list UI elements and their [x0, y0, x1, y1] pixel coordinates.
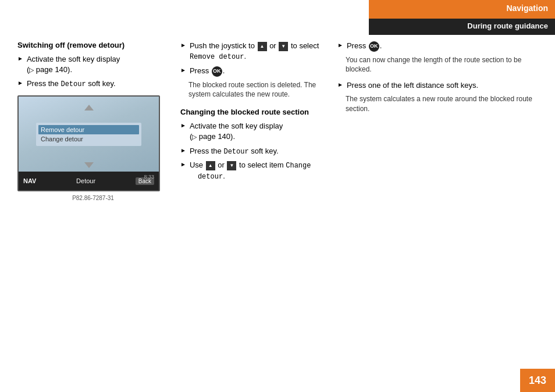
list-item: ► Activate the soft key display(▷ page 1… — [180, 121, 326, 142]
screen-menu: Remove detour Change detour — [36, 123, 141, 146]
column-3: ► Press OK. You can now change the lengt… — [337, 41, 538, 363]
bullet-arrow-icon: ► — [180, 122, 186, 130]
main-content: Switching off (remove detour) ► Activate… — [17, 41, 538, 363]
column-2: ► Push the joystick to ▲ or ▼ to select … — [180, 41, 326, 363]
arrow-up-icon: ▲ — [206, 161, 215, 170]
nav-title: Navigation — [369, 0, 555, 19]
bullet-text: Use ▲ or ▼ to select item Changedetour. — [190, 160, 311, 182]
triangle-down-icon — [84, 162, 94, 168]
menu-item-remove: Remove detour — [38, 125, 139, 134]
bullet-arrow-icon: ► — [180, 66, 186, 74]
section-heading-1: Switching off (remove detour) — [17, 41, 169, 49]
list-item: ► Use ▲ or ▼ to select item Changedetour… — [180, 160, 326, 182]
triangle-up-icon — [84, 105, 94, 111]
sub-text: You can now change the length of the rou… — [346, 55, 538, 75]
image-caption: P82.86-7287-31 — [17, 195, 169, 201]
bullet-arrow-icon: ► — [17, 55, 23, 63]
bullet-arrow-icon: ► — [337, 41, 343, 49]
list-item: ► Press one of the left distance soft ke… — [337, 80, 538, 91]
bullet-text: Push the joystick to ▲ or ▼ to select Re… — [190, 41, 326, 62]
screen-detour-label: Detour — [76, 177, 95, 184]
list-item: ► Press OK. — [180, 66, 326, 77]
bullet-text: Press OK. — [190, 66, 225, 77]
bullet-text: Press one of the left distance soft keys… — [347, 80, 478, 91]
page-number: 143 — [520, 369, 555, 392]
section-heading-2: Changing the blocked route section — [180, 108, 326, 116]
sub-text: The system calculates a new route around… — [346, 94, 538, 114]
arrow-down-icon: ▼ — [279, 42, 288, 51]
arrow-down-icon: ▼ — [227, 161, 236, 170]
sub-text: The blocked route section is deleted. Th… — [188, 80, 326, 100]
list-item: ► Push the joystick to ▲ or ▼ to select … — [180, 41, 326, 62]
list-item: ► Press OK. — [337, 41, 538, 52]
list-item: ► Press the Detour soft key. — [17, 79, 169, 90]
bullet-arrow-icon: ► — [180, 161, 186, 169]
ok-button-icon: OK — [369, 41, 379, 52]
bullet-text: Activate the soft key display(▷ page 140… — [190, 121, 283, 142]
bullet-text: Press the Detour soft key. — [27, 79, 116, 90]
bullet-arrow-icon: ► — [17, 79, 23, 87]
bullet-text: Activate the soft key display(▷ page 140… — [27, 54, 120, 75]
screen-nav-label: NAV — [23, 177, 36, 184]
arrow-up-icon: ▲ — [258, 42, 267, 51]
screen-mockup: Remove detour Change detour NAV Detour B… — [17, 95, 160, 191]
bullet-text: Press the Detour soft key. — [190, 146, 279, 157]
bullet-arrow-icon: ► — [180, 41, 186, 49]
ok-button-icon: OK — [212, 66, 222, 77]
header: Navigation During route guidance — [369, 0, 555, 35]
bullet-arrow-icon: ► — [180, 147, 186, 155]
menu-item-change: Change detour — [41, 134, 137, 144]
screen-time: 8:33 — [144, 174, 154, 180]
list-item: ► Activate the soft key display(▷ page 1… — [17, 54, 169, 75]
list-item: ► Press the Detour soft key. — [180, 146, 326, 157]
bullet-arrow-icon: ► — [337, 81, 343, 89]
screen-bottom-bar: NAV Detour Back — [19, 172, 159, 190]
bullet-text: Press OK. — [347, 41, 382, 52]
column-1: Switching off (remove detour) ► Activate… — [17, 41, 169, 363]
section-title: During route guidance — [369, 19, 555, 35]
